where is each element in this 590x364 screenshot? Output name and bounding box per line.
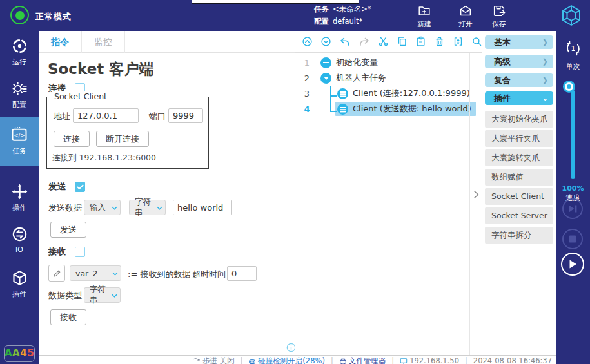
file-manager-status[interactable]: 文件管理器 [339, 356, 386, 364]
line-number: 4 [295, 104, 319, 114]
step-mode-icon [193, 358, 201, 364]
plugin-item-socket-client[interactable]: Socket Client [485, 188, 553, 205]
info-icon[interactable] [286, 343, 296, 355]
send-value-input[interactable] [173, 200, 232, 215]
copy-icon[interactable] [397, 35, 408, 48]
single-cycle-button[interactable]: 1 单次 [556, 39, 590, 72]
line-number: 2 [295, 73, 319, 83]
tree-row[interactable]: 1 初始化变量 [295, 55, 469, 70]
tree-row-selected[interactable]: 4 Client (发送数据: hello world) [295, 101, 469, 117]
single-cycle-label: 单次 [556, 62, 590, 72]
redo-icon[interactable] [359, 35, 370, 49]
stop-button[interactable] [562, 229, 583, 249]
clock-status: 2024-08-08 16:46:37 [473, 356, 552, 364]
play-icon [568, 259, 578, 269]
move-up-icon[interactable] [302, 35, 313, 48]
plugin-item-string-split[interactable]: 字符串拆分 [485, 227, 553, 244]
plugin-item-array-assign[interactable]: 数组赋值 [485, 169, 553, 186]
delete-icon[interactable] [434, 35, 445, 48]
receive-checkbox[interactable] [75, 247, 85, 257]
run-control-strip: 1 单次 100% 速度 [556, 31, 590, 364]
plugin-item-dh-parallel-gripper[interactable]: 大寰平行夹爪 [485, 130, 553, 147]
step-mode-status[interactable]: 步进 关闭 [193, 356, 235, 364]
sidebar-item-config[interactable]: 配置 [0, 80, 39, 110]
category-plugin[interactable]: 插件⌄ [485, 91, 553, 105]
sidebar-label-run: 运行 [0, 57, 39, 67]
io-icon [0, 225, 39, 243]
run-icon [0, 37, 39, 55]
disconnect-button[interactable]: 断开连接 [96, 131, 149, 147]
insert-icon[interactable] [453, 35, 464, 48]
send-checkbox[interactable] [75, 182, 85, 192]
save-task-label: 保存 [482, 19, 516, 29]
plugin-item-dh-init-gripper[interactable]: 大寰初始化夹爪 [485, 111, 553, 128]
network-ip-status[interactable]: 192.168.1.50 [400, 356, 459, 364]
send-type-select[interactable]: 字符串 [129, 200, 166, 215]
line-number: 1 [295, 58, 319, 68]
play-button[interactable] [561, 253, 584, 276]
sidebar-item-operate[interactable]: 操作 [0, 183, 39, 213]
send-source-select[interactable]: 输入 [84, 200, 121, 215]
category-advanced[interactable]: 高级❯ [485, 55, 553, 68]
edit-variable-button[interactable] [48, 265, 65, 282]
address-input[interactable] [73, 108, 139, 123]
plugin-item-socket-server[interactable]: Socket Server [485, 207, 553, 224]
save-icon [482, 4, 516, 18]
open-task-button[interactable]: 打开 [449, 4, 482, 29]
collision-icon [248, 358, 256, 364]
chevron-down-icon [112, 271, 118, 276]
send-button[interactable]: 发送 [50, 222, 86, 238]
save-task-button[interactable]: 保存 [482, 4, 516, 29]
new-task-label: 新建 [408, 19, 441, 29]
collision-detect-status[interactable]: 碰撞检测开启(28%) [248, 356, 325, 364]
line-number: 3 [295, 89, 319, 99]
new-task-button[interactable]: 新建 [408, 4, 441, 29]
config-name: default* [333, 17, 362, 26]
speed-slider-knob[interactable] [565, 82, 573, 91]
tab-monitor[interactable]: 监控 [82, 31, 125, 53]
sidebar-item-plugin[interactable]: 插件 [0, 269, 39, 299]
port-input[interactable] [168, 108, 203, 123]
new-file-icon [408, 4, 441, 18]
move-down-icon[interactable] [320, 35, 331, 48]
search-icon[interactable] [471, 35, 482, 48]
plugin-item-dh-rotate-gripper[interactable]: 大寰旋转夹爪 [485, 149, 553, 166]
cut-icon[interactable] [378, 35, 389, 48]
connect-button[interactable]: 连接 [54, 131, 90, 147]
tree-row[interactable]: 2 机器人主任务 [295, 70, 469, 86]
tree-panel-handle [469, 53, 482, 355]
left-sidebar: 运行 配置 </> 任务 操作 IO 插件 AA45 [0, 31, 39, 364]
program-tree-panel: 1 初始化变量 2 机器人主任务 3 Client (连接:127.0.0.1:… [295, 31, 482, 355]
robot-id-badge[interactable]: AA45 [4, 345, 35, 362]
tree-row[interactable]: 3 Client (连接:127.0.0.1:9999) [295, 86, 469, 101]
svg-text:</>: </> [14, 132, 25, 139]
expand-node-icon[interactable] [320, 73, 331, 84]
undo-icon[interactable] [339, 35, 351, 49]
receive-button[interactable]: 接收 [50, 309, 86, 325]
datatype-select[interactable]: 字符串 [84, 287, 121, 303]
step-button[interactable] [562, 198, 583, 219]
sidebar-item-io[interactable]: IO [0, 225, 39, 254]
send-label: 发送 [48, 181, 66, 193]
collapse-node-icon[interactable] [320, 57, 331, 68]
task-label: 任务 [314, 5, 329, 14]
chevron-down-icon: ⌄ [542, 94, 548, 102]
port-label: 端口 [149, 111, 166, 122]
sidebar-item-run[interactable]: 运行 [0, 37, 39, 67]
category-composite[interactable]: 复合❯ [485, 73, 553, 87]
paste-icon[interactable] [415, 35, 426, 48]
timeout-input[interactable] [227, 266, 257, 281]
receive-var-select[interactable]: var_2 [70, 265, 121, 281]
statusbar: 步进 关闭 | 碰撞检测开启(28%) | 文件管理器 | 192.168.1.… [39, 355, 556, 364]
chevron-down-icon [112, 293, 117, 298]
tree-node-label: 初始化变量 [336, 57, 378, 68]
sidebar-label-task: 任务 [0, 146, 39, 156]
tree-connector [330, 111, 337, 112]
panel-tabbar: 指令 监控 [39, 31, 295, 53]
tab-instruction[interactable]: 指令 [39, 31, 82, 53]
task-name: <未命名>* [333, 5, 371, 14]
collapse-panel-button[interactable] [472, 189, 480, 202]
category-basic[interactable]: 基本❯ [485, 35, 553, 49]
speed-slider-track[interactable] [571, 90, 575, 179]
sidebar-item-task[interactable]: </> 任务 [0, 117, 39, 166]
